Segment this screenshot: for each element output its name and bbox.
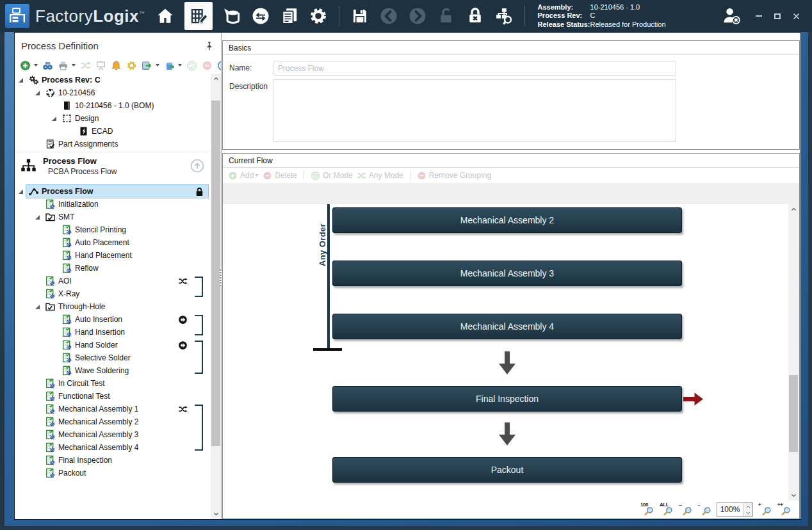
tree-item-part-assignments[interactable]: Part Assignments: [43, 138, 120, 150]
expander-icon[interactable]: [35, 91, 43, 95]
remove-dim-button[interactable]: [202, 60, 213, 71]
tree-item-through-hole[interactable]: Through-Hole: [43, 300, 107, 313]
presentation-dim-button[interactable]: [95, 60, 106, 71]
tree-scrollbar[interactable]: [211, 74, 221, 519]
flow-node-final-inspection[interactable]: Final Inspection: [332, 386, 682, 412]
delete-button[interactable]: Delete: [263, 171, 297, 181]
flow-node-mechanical-assembly-2[interactable]: Mechanical Assembly 2: [332, 207, 682, 233]
remove-grouping-button[interactable]: Remove Grouping: [417, 171, 491, 181]
canvas-scrollbar[interactable]: [788, 204, 799, 501]
export-button[interactable]: [142, 60, 152, 71]
expander-icon[interactable]: [19, 78, 26, 83]
expander-icon[interactable]: [35, 215, 43, 220]
tree-item-mechanical-assembly-4[interactable]: Mechanical Assembly 4: [43, 441, 140, 454]
zoom-spin-up[interactable]: [743, 503, 752, 510]
maximize-button[interactable]: [770, 9, 784, 23]
minimize-button[interactable]: [752, 9, 766, 23]
scroll-up-arrow[interactable]: [211, 74, 221, 84]
tree-item-10-210456-1-0-bom-[interactable]: 10-210456 - 1.0 (BOM): [60, 99, 156, 112]
tree-item-reflow[interactable]: Reflow: [60, 262, 101, 275]
home-button[interactable]: [156, 6, 175, 26]
expander-icon[interactable]: [52, 116, 60, 121]
operation-icon: [45, 378, 56, 389]
expander-icon[interactable]: [19, 189, 26, 194]
data-import-button[interactable]: [222, 6, 241, 26]
dropdown-caret-icon[interactable]: [34, 64, 38, 67]
bell-button[interactable]: [111, 60, 122, 71]
dropdown-caret-icon[interactable]: [156, 64, 159, 67]
tree-item-process-flow[interactable]: Process Flow: [26, 185, 208, 198]
forward-button[interactable]: [408, 6, 427, 26]
tree-item-auto-placement[interactable]: Auto Placement: [60, 236, 131, 249]
transfer-button[interactable]: [251, 6, 270, 26]
tree-item-hand-solder[interactable]: Hand Solder: [60, 339, 120, 351]
scroll-down-arrow[interactable]: [211, 509, 221, 519]
scroll-thumb[interactable]: [789, 375, 798, 452]
tree-item-mechanical-assembly-2[interactable]: Mechanical Assembly 2: [43, 415, 140, 428]
or-mode-button[interactable]: Or Mode: [311, 171, 353, 181]
zoom-all-button[interactable]: ALL: [659, 502, 674, 517]
scroll-down-arrow[interactable]: [788, 490, 799, 501]
process-definition-button[interactable]: [189, 6, 208, 26]
print-button[interactable]: [58, 60, 69, 71]
flow-search-button[interactable]: [494, 6, 514, 26]
any-mode-dim-button[interactable]: [80, 60, 91, 71]
any-mode-button[interactable]: Any Mode: [357, 171, 403, 181]
back-button[interactable]: [379, 6, 398, 26]
tree-item-packout[interactable]: Packout: [43, 467, 88, 479]
tree-item-mechanical-assembly-1[interactable]: Mechanical Assembly 1: [43, 403, 140, 415]
tree-item-smt[interactable]: SMT: [43, 211, 76, 223]
tree-item-aoi[interactable]: AOI: [43, 275, 74, 287]
gear-yellow-button[interactable]: [126, 60, 137, 71]
tree-item-final-inspection[interactable]: Final Inspection: [43, 454, 114, 467]
pin-icon[interactable]: [204, 41, 215, 51]
process-flow-section-header[interactable]: Process Flow PCBA Process Flow: [15, 152, 211, 180]
close-button[interactable]: [789, 9, 803, 23]
name-input[interactable]: [273, 61, 676, 76]
add-button[interactable]: Add: [228, 171, 259, 181]
collapse-section-button[interactable]: [190, 159, 204, 173]
tree-item-in-circuit-test[interactable]: In Circuit Test: [43, 377, 106, 390]
tree-item-hand-insertion[interactable]: Hand Insertion: [60, 326, 127, 339]
flow-node-mechanical-assembly-3[interactable]: Mechanical Assembly 3: [332, 261, 682, 286]
zoom-out-button[interactable]: -: [697, 502, 712, 517]
trash-button[interactable]: [164, 60, 175, 71]
dropdown-caret-icon[interactable]: [72, 64, 76, 67]
tree-item-functional-test[interactable]: Functional Test: [43, 390, 112, 403]
documents-button[interactable]: [280, 6, 299, 26]
tree-item-selective-solder[interactable]: Selective Solder: [60, 351, 133, 364]
dropdown-caret-icon[interactable]: [178, 64, 182, 67]
zoom-out-double-button[interactable]: --: [678, 502, 693, 517]
zoom-in-double-button[interactable]: ++: [777, 502, 792, 517]
tree-item-wave-soldering[interactable]: Wave Soldering: [60, 364, 131, 377]
description-input[interactable]: [273, 79, 676, 142]
unlock-button[interactable]: [437, 6, 456, 26]
tree-item-mechanical-assembly-3[interactable]: Mechanical Assembly 3: [43, 428, 140, 441]
lock-x-button[interactable]: [466, 6, 485, 26]
tree-item-ecad[interactable]: ECAD: [76, 125, 115, 138]
tree-item-auto-insertion[interactable]: Auto Insertion: [60, 313, 124, 326]
tree-item-process-rev-c[interactable]: Process Rev: C: [26, 74, 102, 86]
tree-item-stencil-printing[interactable]: Stencil Printing: [60, 223, 128, 236]
expander-icon[interactable]: [35, 305, 43, 309]
save-button[interactable]: [350, 6, 369, 26]
refresh-dim-button[interactable]: [186, 60, 197, 71]
tree-item-hand-placement[interactable]: Hand Placement: [60, 249, 134, 262]
flow-canvas[interactable]: Any OrderMechanical Assembly 2Mechanical…: [223, 204, 788, 501]
scroll-thumb[interactable]: [211, 100, 220, 446]
scroll-up-arrow[interactable]: [788, 204, 799, 214]
zoom-100-button[interactable]: 100: [640, 502, 654, 517]
tree-item-x-ray[interactable]: X-Ray: [43, 287, 81, 300]
flow-node-packout[interactable]: Packout: [332, 457, 682, 483]
zoom-spin-down[interactable]: [743, 510, 752, 516]
settings-button[interactable]: [309, 6, 328, 26]
user-logout-button[interactable]: [721, 6, 743, 26]
binoculars-button[interactable]: [42, 60, 53, 71]
tree-item-10-210456[interactable]: 10-210456: [43, 86, 97, 99]
zoom-value-input[interactable]: [717, 503, 743, 516]
tree-item-initialization[interactable]: Initialization: [43, 198, 101, 211]
tree-item-design[interactable]: Design: [60, 112, 101, 125]
add-green-button[interactable]: [20, 60, 31, 71]
flow-node-mechanical-assembly-4[interactable]: Mechanical Assembly 4: [332, 314, 682, 339]
zoom-in-button[interactable]: +: [758, 502, 772, 517]
